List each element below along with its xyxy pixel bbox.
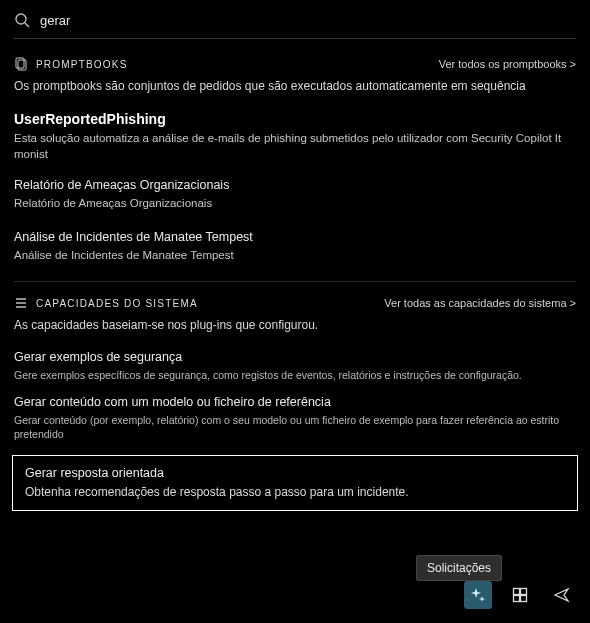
sources-button[interactable] <box>506 581 534 609</box>
search-bar[interactable] <box>14 12 576 39</box>
capabilities-icon <box>14 296 28 310</box>
svg-rect-7 <box>514 589 520 595</box>
search-input[interactable] <box>40 13 576 28</box>
promptbook-item-desc: Relatório de Ameaças Organizacionais <box>14 196 576 212</box>
capability-item[interactable]: Gerar conteúdo com um modelo ou ficheiro… <box>14 395 576 441</box>
promptbook-item-desc: Esta solução automatiza a análise de e-m… <box>14 131 576 162</box>
promptbook-item[interactable]: Análise de Incidentes de Manatee Tempest… <box>14 230 576 264</box>
bottom-toolbar <box>464 581 576 609</box>
svg-rect-10 <box>521 596 527 602</box>
prompts-button[interactable] <box>464 581 492 609</box>
see-all-promptbooks-link[interactable]: Ver todos os promptbooks > <box>439 58 576 70</box>
svg-rect-8 <box>521 589 527 595</box>
promptbooks-title: PROMPTBOOKS <box>36 59 128 70</box>
capability-item-selected[interactable]: Gerar resposta orientada Obtenha recomen… <box>12 455 578 511</box>
promptbook-item-title: Relatório de Ameaças Organizacionais <box>14 178 576 192</box>
capabilities-desc: As capacidades baseiam-se nos plug-ins q… <box>14 318 576 332</box>
capability-item-title: Gerar resposta orientada <box>25 466 565 480</box>
promptbook-item[interactable]: UserReportedPhishing Esta solução automa… <box>14 111 576 162</box>
capabilities-title: CAPACIDADES DO SISTEMA <box>36 298 198 309</box>
promptbook-item-title: UserReportedPhishing <box>14 111 576 127</box>
svg-point-0 <box>16 14 26 24</box>
promptbook-item[interactable]: Relatório de Ameaças Organizacionais Rel… <box>14 178 576 212</box>
prompts-tooltip: Solicitações <box>416 555 502 581</box>
search-icon <box>14 12 30 28</box>
capability-item-title: Gerar exemplos de segurança <box>14 350 576 364</box>
capability-item-title: Gerar conteúdo com um modelo ou ficheiro… <box>14 395 576 409</box>
promptbooks-icon <box>14 57 28 71</box>
send-button[interactable] <box>548 581 576 609</box>
promptbook-item-desc: Análise de Incidentes de Manatee Tempest <box>14 248 576 264</box>
see-all-capabilities-link[interactable]: Ver todas as capacidades do sistema > <box>384 297 576 309</box>
capability-item[interactable]: Gerar exemplos de segurança Gere exemplo… <box>14 350 576 382</box>
capability-item-desc: Obtenha recomendações de resposta passo … <box>25 484 565 500</box>
svg-line-1 <box>25 23 29 27</box>
promptbooks-desc: Os promptbooks são conjuntos de pedidos … <box>14 79 576 93</box>
capability-item-desc: Gere exemplos específicos de segurança, … <box>14 368 576 382</box>
divider <box>14 281 576 282</box>
promptbook-item-title: Análise de Incidentes de Manatee Tempest <box>14 230 576 244</box>
svg-rect-9 <box>514 596 520 602</box>
capability-item-desc: Gerar conteúdo (por exemplo, relatório) … <box>14 413 576 441</box>
